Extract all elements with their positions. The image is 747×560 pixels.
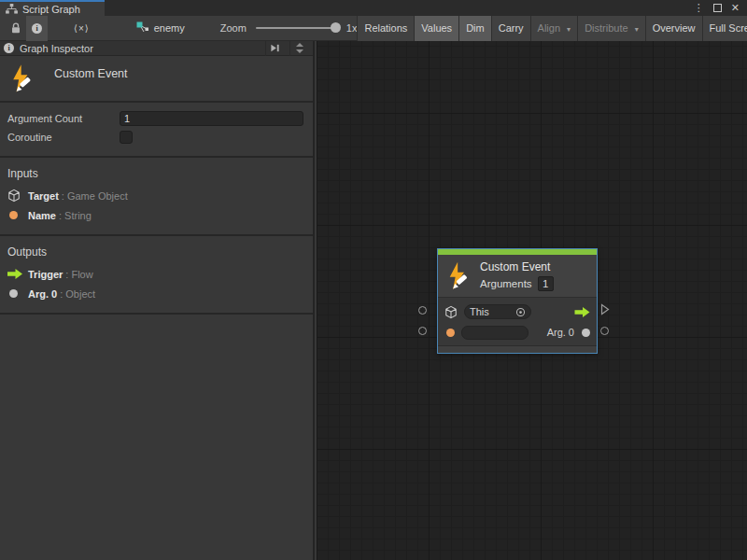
- graph-toolbar: i ⟨×⟩ enemy Zoom 1x Relations Values Dim: [0, 16, 747, 41]
- window-controls: ⋮ ✕: [694, 0, 747, 16]
- toolbar-button-group: Relations Values Dim Carry Align ▾ Distr…: [357, 16, 747, 41]
- dock-sidebar-button[interactable]: [265, 41, 284, 56]
- distribute-button: Distribute ▾: [577, 16, 645, 41]
- input-row-target: Target : Game Object: [0, 186, 313, 205]
- dock-right-icon: [270, 43, 280, 53]
- outputs-heading: Outputs: [0, 242, 313, 264]
- arguments-label: Arguments: [480, 278, 532, 289]
- node-port-row-values: Arg. 0: [438, 322, 597, 343]
- relations-button[interactable]: Relations: [357, 16, 414, 41]
- flow-arrow-icon: [7, 269, 28, 279]
- lock-icon: [11, 22, 21, 34]
- graph-canvas[interactable]: Custom Event Arguments 1 This: [317, 41, 747, 560]
- zoom-control: Zoom 1x: [220, 22, 358, 34]
- zoom-slider-handle[interactable]: [331, 22, 341, 33]
- port-name: Arg. 0: [28, 288, 57, 300]
- output-row-trigger: Trigger : Flow: [0, 264, 313, 284]
- custom-event-icon: [445, 261, 472, 291]
- object-picker-icon[interactable]: [515, 307, 526, 317]
- unit-title-section: Custom Event: [0, 56, 313, 103]
- code-preview-button[interactable]: ⟨×⟩: [48, 16, 95, 41]
- chevron-down-icon: ▾: [635, 25, 639, 34]
- node-footer: [438, 345, 597, 353]
- trigger-flow-arrow-icon[interactable]: [574, 307, 590, 317]
- output-row-arg0: Arg. 0 : Object: [0, 284, 313, 303]
- custom-event-icon: [9, 63, 35, 94]
- port-name: Name: [28, 210, 56, 221]
- dim-button[interactable]: Dim: [458, 16, 491, 41]
- scrub-up-icon: [296, 43, 303, 47]
- custom-event-node[interactable]: Custom Event Arguments 1 This: [437, 248, 598, 354]
- values-button[interactable]: Values: [414, 16, 458, 41]
- info-icon: i: [4, 43, 14, 53]
- tab-script-graph[interactable]: Script Graph: [0, 0, 105, 16]
- node-header[interactable]: Custom Event Arguments 1: [438, 255, 597, 297]
- graph-asset-name: enemy: [154, 22, 185, 34]
- argument-count-row: Argument Count: [0, 109, 313, 128]
- graph-asset-icon: [136, 21, 149, 35]
- close-icon[interactable]: ✕: [731, 0, 740, 16]
- game-object-cube-icon: [444, 305, 458, 319]
- target-this-value: This: [470, 306, 489, 317]
- window-menu-icon[interactable]: ⋮: [694, 0, 704, 16]
- event-name-input[interactable]: [461, 326, 529, 340]
- panel-scrubber[interactable]: [289, 41, 309, 56]
- graph-inspector-title: Graph Inspector: [20, 43, 260, 54]
- object-port-icon: [7, 289, 28, 298]
- maximize-icon[interactable]: [713, 4, 722, 12]
- node-title: Custom Event: [480, 260, 554, 273]
- port-type: : Flow: [65, 269, 92, 280]
- arg0-object-port-icon[interactable]: [582, 329, 590, 337]
- unity-script-graph-window: Script Graph ⋮ ✕ i ⟨×⟩: [0, 0, 747, 560]
- port-type: : Game Object: [62, 190, 128, 202]
- port-type: : Object: [60, 288, 95, 300]
- external-output-port-flow[interactable]: [600, 303, 610, 315]
- arg0-label: Arg. 0: [547, 327, 574, 338]
- scrub-down-icon: [296, 49, 303, 53]
- node-header-text: Custom Event Arguments 1: [480, 260, 554, 291]
- node-body: This Arg. 0: [438, 297, 597, 345]
- script-graph-tab-icon: [6, 4, 18, 14]
- graph-inspector-header: i Graph Inspector: [0, 41, 313, 56]
- node-arguments-row: Arguments 1: [480, 276, 554, 291]
- tab-bar-spacer: [105, 0, 694, 16]
- graph-inspector-panel: i Graph Inspector Custom Eve: [0, 41, 315, 560]
- lock-button[interactable]: [6, 16, 26, 41]
- align-button-label: Align: [538, 22, 560, 34]
- inspector-empty-area: [0, 315, 313, 560]
- chevron-down-icon: ▾: [567, 25, 571, 34]
- inputs-section: Inputs Target : Game Object Name : Strin…: [0, 158, 313, 236]
- graph-asset-breadcrumb[interactable]: enemy: [136, 21, 185, 35]
- external-input-port-value[interactable]: [418, 327, 427, 335]
- info-icon: i: [32, 23, 42, 34]
- tab-bar: Script Graph ⋮ ✕: [0, 0, 747, 16]
- arguments-count-field[interactable]: 1: [538, 276, 554, 291]
- argument-count-label: Argument Count: [7, 113, 120, 124]
- outputs-section: Outputs Trigger : Flow Arg. 0 : Object: [0, 236, 313, 315]
- target-this-dropdown[interactable]: This: [464, 304, 531, 319]
- external-input-port-flow[interactable]: [418, 306, 427, 315]
- tab-label: Script Graph: [22, 4, 80, 15]
- coroutine-label: Coroutine: [7, 132, 120, 143]
- string-port-icon: [7, 211, 28, 219]
- zoom-label: Zoom: [220, 22, 247, 34]
- zoom-value: 1x: [346, 22, 358, 34]
- distribute-button-label: Distribute: [585, 22, 627, 34]
- port-type: : String: [59, 210, 92, 221]
- port-name: Target: [28, 190, 59, 202]
- carry-button[interactable]: Carry: [491, 16, 530, 41]
- code-icon: ⟨×⟩: [74, 23, 90, 34]
- argument-count-input[interactable]: [120, 111, 303, 126]
- full-screen-button[interactable]: Full Screen: [702, 16, 747, 41]
- overview-button[interactable]: Overview: [645, 16, 702, 41]
- coroutine-row: Coroutine: [0, 128, 313, 147]
- external-output-port-value[interactable]: [600, 327, 609, 335]
- port-name: Trigger: [28, 269, 63, 280]
- inputs-heading: Inputs: [0, 163, 313, 186]
- coroutine-checkbox[interactable]: [120, 131, 133, 144]
- game-object-cube-icon: [7, 189, 28, 203]
- inspector-toggle-button[interactable]: i: [26, 16, 48, 41]
- align-button: Align ▾: [530, 16, 578, 41]
- name-string-port-icon[interactable]: [446, 329, 455, 337]
- zoom-slider[interactable]: [256, 27, 338, 29]
